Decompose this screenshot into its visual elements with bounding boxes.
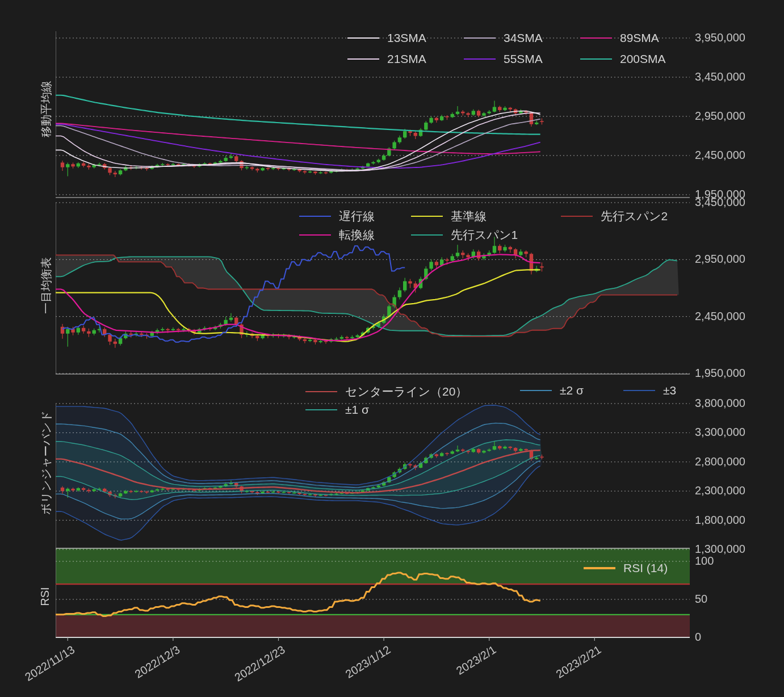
legend-line-swatch <box>623 390 655 391</box>
panel-title-moving-averages: 移動平均線 <box>39 81 54 137</box>
legend-line-swatch <box>580 58 612 60</box>
legend-label: 先行スパン2 <box>601 208 668 224</box>
legend-line-swatch <box>411 216 443 217</box>
legend-item: 55SMA <box>464 52 543 66</box>
y-axis-tick-label: 3,450,000 <box>695 70 745 83</box>
panel-title-rsi: RSI <box>39 587 52 606</box>
legend-label: 200SMA <box>620 52 666 66</box>
legend-item: 34SMA <box>464 31 543 45</box>
legend-item: 21SMA <box>347 52 426 66</box>
y-axis-tick-label: 3,950,000 <box>695 31 745 44</box>
legend-item: ±1 σ <box>305 403 369 417</box>
legend-item: 基準線 <box>411 208 487 224</box>
legend-label: 89SMA <box>620 31 659 45</box>
y-axis-tick-label: 2,300,000 <box>695 484 745 497</box>
legend-label: 転換線 <box>339 227 375 243</box>
legend-item: 先行スパン1 <box>411 227 518 243</box>
legend-label: 遅行線 <box>339 208 375 224</box>
legend-line-swatch <box>520 390 552 391</box>
legend-item: ±2 σ <box>520 384 584 397</box>
y-axis-tick-label: 2,950,000 <box>695 253 745 266</box>
legend-label: ±3 <box>663 384 676 397</box>
legend-label: 21SMA <box>387 52 426 66</box>
panel-title-ichimoku: 一目均衡表 <box>39 257 54 314</box>
legend-label: 先行スパン1 <box>451 227 518 243</box>
legend-item: 先行スパン2 <box>561 208 668 224</box>
legend-label: 34SMA <box>504 31 543 45</box>
legend-line-swatch <box>584 567 615 569</box>
technical-analysis-chart: 移動平均線 一目均衡表 ボリンジャーバンド RSI 3,950,0003,450… <box>0 0 784 697</box>
y-axis-tick-label: 1,300,000 <box>695 543 745 556</box>
y-axis-tick-label: 2,950,000 <box>695 110 745 123</box>
y-axis-tick-label: 2,800,000 <box>695 455 745 468</box>
legend-item: RSI (14) <box>584 561 668 575</box>
y-axis-tick-label: 1,800,000 <box>695 514 745 527</box>
legend-label: RSI (14) <box>623 561 668 575</box>
legend-item: 200SMA <box>580 52 666 66</box>
legend-item: ±3 <box>623 384 676 397</box>
legend-item: 13SMA <box>347 31 426 45</box>
chart-canvas <box>0 0 784 697</box>
legend-item: センターライン（20） <box>305 384 467 400</box>
legend-label: 13SMA <box>387 31 426 45</box>
legend-item: 転換線 <box>299 227 375 243</box>
legend-line-swatch <box>305 409 337 410</box>
legend-line-swatch <box>580 37 612 39</box>
y-axis-tick-label: 50 <box>695 593 707 606</box>
y-axis-tick-label: 2,450,000 <box>695 310 745 323</box>
y-axis-tick-label: 3,450,000 <box>695 196 745 209</box>
legend-line-swatch <box>411 234 443 236</box>
y-axis-tick-label: 3,300,000 <box>695 426 745 439</box>
legend-label: センターライン（20） <box>345 384 467 400</box>
legend-line-swatch <box>347 58 379 60</box>
legend-item: 遅行線 <box>299 208 375 224</box>
legend-label: ±2 σ <box>560 384 584 397</box>
y-axis-tick-label: 100 <box>695 555 714 568</box>
legend-line-swatch <box>305 391 337 392</box>
legend-line-swatch <box>299 216 331 217</box>
legend-line-swatch <box>464 37 496 39</box>
legend-label: 55SMA <box>504 52 543 66</box>
legend-label: ±1 σ <box>345 403 369 417</box>
legend-label: 基準線 <box>451 208 487 224</box>
legend-line-swatch <box>347 37 379 39</box>
legend-line-swatch <box>561 216 593 217</box>
panel-title-bollinger: ボリンジャーバンド <box>39 410 54 515</box>
legend-item: 89SMA <box>580 31 659 45</box>
legend-line-swatch <box>464 58 496 60</box>
y-axis-tick-label: 1,950,000 <box>695 367 745 380</box>
y-axis-tick-label: 3,800,000 <box>695 397 745 410</box>
y-axis-tick-label: 2,450,000 <box>695 149 745 162</box>
y-axis-tick-label: 0 <box>695 631 701 644</box>
legend-line-swatch <box>299 234 331 236</box>
